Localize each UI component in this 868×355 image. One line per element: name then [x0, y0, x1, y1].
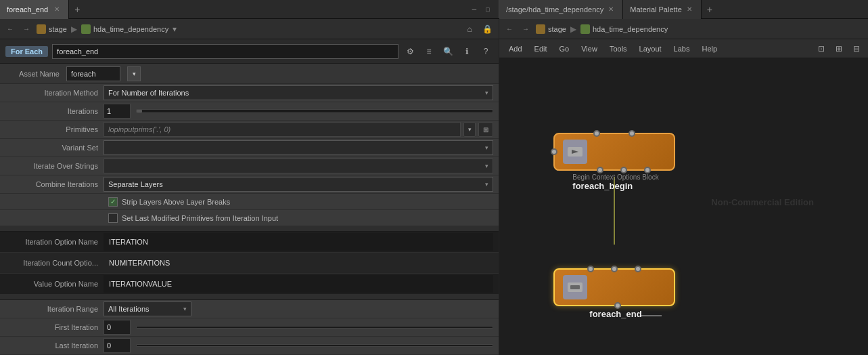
range-arrow: ▾ [183, 306, 187, 312]
right-tab-label-2: Material Palette [630, 5, 681, 14]
iteration-count-input[interactable] [104, 254, 493, 272]
node-editor[interactable]: Non-Commercial Edition [499, 58, 868, 355]
node-begin-dot-left[interactable] [551, 148, 557, 155]
primitives-expr-btn[interactable]: ⊞ [478, 122, 493, 137]
menu-edit[interactable]: Edit [529, 43, 553, 54]
node-begin-dot-bottom-2[interactable] [620, 167, 627, 173]
last-iteration-slider[interactable] [136, 344, 493, 347]
variant-set-select[interactable]: ▾ [104, 140, 493, 155]
breadcrumb-hda-label: hda_time_dependency [93, 25, 168, 33]
strip-layers-checkbox[interactable]: ✓ [108, 197, 118, 207]
menu-icon-btn[interactable]: ≡ [421, 44, 436, 59]
set-last-modified-label[interactable]: Set Last Modified Primitives from Iterat… [122, 214, 278, 222]
value-option-row: Value Option Name [0, 274, 499, 295]
search-icon-btn[interactable]: 🔍 [440, 44, 455, 59]
set-last-modified-checkbox[interactable] [108, 213, 118, 223]
value-option-input[interactable] [104, 275, 493, 293]
lock-icon-btn[interactable]: 🔒 [480, 22, 495, 37]
node-foreach-begin[interactable]: Begin Context Options Block foreach_begi… [553, 133, 675, 191]
right-nav-back[interactable]: ← [503, 23, 516, 35]
menu-view[interactable]: View [576, 43, 603, 54]
variant-set-label: Variant Set [5, 144, 104, 152]
node-end-icon [563, 275, 587, 299]
right-breadcrumb-stage[interactable]: stage [536, 24, 566, 34]
node-end-dot-top-3[interactable] [635, 266, 641, 272]
right-menu-bar: Add Edit Go View Tools Layout Labs Help … [499, 39, 868, 58]
iterate-strings-label: Iterate Over Strings [5, 162, 104, 170]
tab-close-material[interactable]: ✕ [685, 5, 694, 14]
info-icon-btn[interactable]: ℹ [459, 44, 474, 59]
right-nav-forward[interactable]: → [520, 23, 532, 35]
combine-iterations-select[interactable]: Separate Layers ▾ [104, 177, 493, 192]
win-minimize[interactable]: ─ [469, 4, 480, 15]
form-area: Iteration Method For Number of Iteration… [0, 84, 499, 355]
node-end-body[interactable] [553, 268, 675, 306]
layout-icon-3[interactable]: ⊟ [849, 41, 864, 56]
iterations-slider[interactable] [136, 109, 493, 113]
node-foreach-end[interactable]: foreach_end [553, 268, 675, 319]
tab-material-palette[interactable]: Material Palette ✕ [623, 0, 701, 19]
primitives-dropdown-btn[interactable]: ▾ [463, 122, 476, 137]
iteration-option-name-row: Iteration Option Name [0, 232, 499, 253]
nav-forward[interactable]: → [20, 23, 32, 35]
settings-icon-btn[interactable]: ⚙ [403, 44, 417, 59]
watermark: Non-Commercial Edition [711, 196, 814, 209]
menu-help[interactable]: Help [696, 43, 723, 54]
asset-name-input[interactable] [66, 66, 120, 81]
tab-foreach-end[interactable]: foreach_end ✕ [0, 0, 69, 19]
iteration-range-select[interactable]: All Iterations ▾ [104, 301, 191, 316]
node-begin-dot-top-1[interactable] [593, 130, 600, 137]
right-breadcrumb-hda[interactable]: hda_time_dependency [580, 24, 668, 34]
menu-layout[interactable]: Layout [634, 43, 667, 54]
tab-label: foreach_end [7, 5, 48, 14]
nav-back[interactable]: ← [4, 23, 16, 35]
tab-close-foreach-end[interactable]: ✕ [52, 5, 62, 14]
node-end-dot-top-2[interactable] [611, 266, 618, 272]
primitives-input[interactable] [104, 122, 461, 137]
tab-add-right[interactable]: + [702, 4, 718, 15]
menu-tools[interactable]: Tools [604, 43, 633, 54]
first-iteration-slider[interactable] [136, 326, 493, 329]
iteration-method-label: Iteration Method [5, 89, 104, 97]
tab-stage-hda[interactable]: /stage/hda_time_dependency ✕ [499, 0, 623, 19]
node-begin-dot-top-2[interactable] [629, 130, 635, 137]
layout-icon-2[interactable]: ⊞ [831, 41, 846, 56]
variant-set-row: Variant Set ▾ [0, 139, 499, 157]
slider-fill [137, 110, 142, 112]
set-last-modified-row: Set Last Modified Primitives from Iterat… [0, 210, 499, 226]
right-hda-icon [580, 24, 590, 34]
for-each-name-input[interactable]: foreach_end [52, 44, 398, 59]
primitives-row: Primitives ▾ ⊞ [0, 121, 499, 139]
node-end-dot-bottom-1[interactable] [614, 302, 621, 309]
tab-add-left[interactable]: + [69, 4, 85, 15]
menu-go[interactable]: Go [554, 43, 575, 54]
home-icon-btn[interactable]: ⌂ [462, 22, 477, 37]
value-option-label: Value Option Name [5, 280, 104, 288]
menu-labs[interactable]: Labs [668, 43, 695, 54]
breadcrumb-dropdown[interactable]: ▾ [173, 24, 177, 34]
node-begin-dot-bottom-1[interactable] [597, 167, 603, 173]
svg-rect-6 [570, 285, 580, 289]
asset-dropdown-btn[interactable]: ▾ [127, 66, 141, 81]
layout-icon-1[interactable]: ⊡ [814, 41, 829, 56]
iterate-strings-select[interactable]: ▾ [104, 159, 493, 173]
breadcrumb-stage[interactable]: stage [37, 24, 67, 34]
menu-add[interactable]: Add [503, 43, 528, 54]
win-maximize[interactable]: □ [482, 4, 493, 15]
node-begin-dot-bottom-3[interactable] [644, 167, 651, 173]
breadcrumb-hda[interactable]: hda_time_dependency [81, 24, 168, 34]
iterations-input[interactable] [104, 104, 131, 119]
node-end-dot-top-1[interactable] [587, 266, 594, 272]
hda-icon [81, 24, 91, 34]
first-iteration-input[interactable] [104, 320, 131, 335]
for-each-badge: For Each [5, 46, 48, 57]
iteration-option-name-input[interactable] [104, 233, 493, 251]
first-iteration-label: First Iteration [5, 323, 104, 331]
node-begin-body[interactable] [553, 133, 675, 171]
iteration-method-select[interactable]: For Number of Iterations ▾ [104, 85, 493, 100]
iteration-range-label: Iteration Range [5, 305, 104, 313]
tab-close-stage[interactable]: ✕ [606, 5, 616, 14]
strip-layers-label[interactable]: Strip Layers Above Layer Breaks [122, 198, 230, 206]
last-iteration-input[interactable] [104, 338, 131, 353]
help-icon-btn[interactable]: ? [478, 44, 493, 59]
